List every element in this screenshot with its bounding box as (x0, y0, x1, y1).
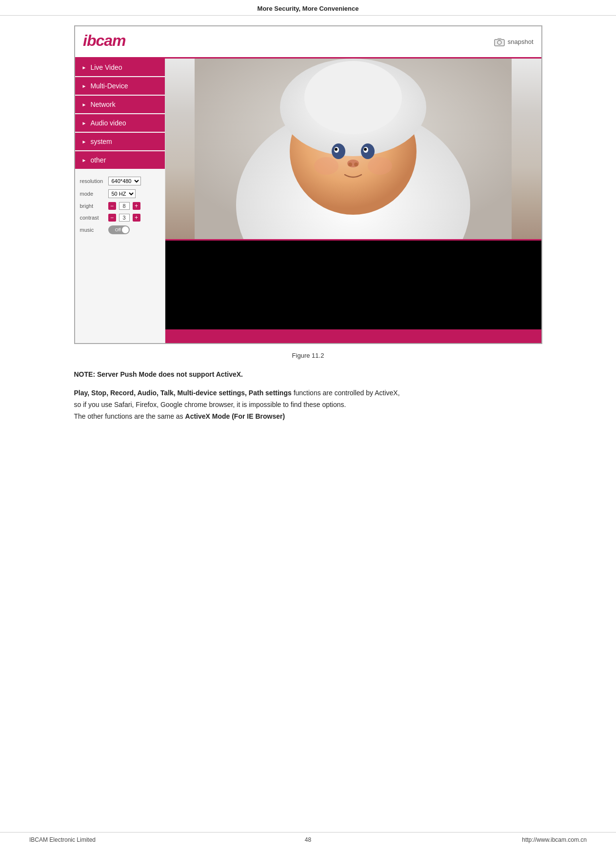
video-area (165, 59, 541, 239)
bright-label: bright (80, 203, 105, 209)
toggle-knob (122, 226, 129, 233)
bright-row: bright − 8 + (80, 202, 160, 210)
arrow-icon: ► (82, 158, 87, 163)
sidebar-item-multi-device[interactable]: ► Multi-Device (75, 77, 165, 95)
arrow-icon: ► (82, 83, 87, 89)
camera-body: ► Live Video ► Multi-Device ► Network ► … (75, 59, 541, 343)
body-text-part2: functions are controlled by ActiveX, (292, 389, 400, 397)
music-row: music Off (80, 225, 160, 234)
sidebar-item-label: Audio video (90, 119, 126, 127)
bright-plus-button[interactable]: + (133, 202, 140, 210)
sidebar-item-label: Live Video (90, 63, 122, 71)
contrast-row: contrast − 3 + (80, 214, 160, 222)
pink-bar (165, 329, 541, 343)
ibcam-logo: ibcam (83, 30, 141, 53)
body-bold-part1: Play, Stop, Record, Audio, Talk, Multi-d… (74, 389, 292, 397)
mode-select[interactable]: 50 HZ 60 HZ (108, 189, 136, 198)
footer-left: IBCAM Electronic Limited (29, 836, 96, 843)
footer-page-number: 48 (305, 836, 311, 843)
arrow-icon: ► (82, 139, 87, 144)
note-bold: NOTE: Server Push Mode does not support … (74, 370, 243, 378)
page-header: More Security, More Convenience (0, 0, 616, 16)
body-paragraph: Play, Stop, Record, Audio, Talk, Multi-d… (74, 387, 542, 422)
mode-label: mode (80, 191, 105, 197)
page-footer: IBCAM Electronic Limited 48 http://www.i… (0, 832, 616, 843)
main-content: ibcam snapshot ► Live Video (0, 25, 616, 423)
sidebar-menu: ► Live Video ► Multi-Device ► Network ► … (75, 59, 165, 170)
svg-point-13 (335, 148, 338, 151)
arrow-icon: ► (82, 121, 87, 126)
contrast-value: 3 (119, 214, 130, 222)
snapshot-button[interactable]: snapshot (494, 38, 534, 46)
sidebar-item-other[interactable]: ► other (75, 151, 165, 169)
note-text: NOTE: Server Push Mode does not support … (74, 370, 243, 378)
svg-rect-3 (497, 38, 501, 40)
contrast-plus-button[interactable]: + (133, 214, 140, 222)
sidebar-item-label: Multi-Device (90, 82, 128, 90)
content-text: NOTE: Server Push Mode does not support … (74, 369, 542, 423)
resolution-select[interactable]: 640*480 320*240 (108, 177, 141, 185)
music-label: music (80, 227, 105, 233)
body-line3-text: The other functions are the same as (74, 412, 185, 420)
resolution-label: resolution (80, 178, 105, 184)
body-line2: so if you use Safari, Firefox, Google ch… (74, 401, 346, 408)
header-title: More Security, More Convenience (258, 5, 359, 12)
sidebar-item-label: Network (90, 101, 115, 108)
svg-point-17 (354, 162, 358, 166)
svg-point-14 (364, 148, 367, 151)
camera-top-bar: ibcam snapshot (75, 26, 541, 59)
bright-value: 8 (119, 202, 130, 210)
svg-point-18 (314, 157, 338, 175)
sidebar-item-live-video[interactable]: ► Live Video (75, 59, 165, 76)
svg-point-19 (368, 157, 392, 175)
sidebar-item-label: system (90, 138, 112, 145)
snapshot-label: snapshot (508, 38, 534, 45)
svg-text:ibcam: ibcam (83, 32, 126, 49)
sidebar-item-network[interactable]: ► Network (75, 96, 165, 113)
arrow-icon: ► (82, 65, 87, 70)
bright-minus-button[interactable]: − (108, 202, 116, 210)
figure-caption: Figure 11.2 (29, 352, 587, 359)
sidebar-item-system[interactable]: ► system (75, 133, 165, 150)
music-toggle[interactable]: Off (108, 225, 130, 234)
contrast-label: contrast (80, 215, 105, 221)
camera-ui-box: ibcam snapshot ► Live Video (74, 25, 542, 344)
resolution-row: resolution 640*480 320*240 (80, 177, 160, 185)
contrast-minus-button[interactable]: − (108, 214, 116, 222)
footer-right: http://www.ibcam.com.cn (522, 836, 587, 843)
camera-sidebar: ► Live Video ► Multi-Device ► Network ► … (75, 59, 165, 343)
sidebar-item-label: other (90, 156, 106, 164)
svg-point-8 (304, 61, 402, 134)
sidebar-item-audio-video[interactable]: ► Audio video (75, 114, 165, 132)
svg-point-16 (348, 162, 352, 166)
body-bold3: ActiveX Mode (For IE Browser) (185, 412, 285, 420)
note-paragraph: NOTE: Server Push Mode does not support … (74, 369, 542, 380)
camera-content-area (165, 59, 541, 343)
baby-video-feed (195, 59, 512, 239)
sidebar-controls: resolution 640*480 320*240 mode 50 HZ 60… (75, 170, 165, 343)
arrow-icon: ► (82, 102, 87, 107)
mode-row: mode 50 HZ 60 HZ (80, 189, 160, 198)
black-bar (165, 239, 541, 329)
